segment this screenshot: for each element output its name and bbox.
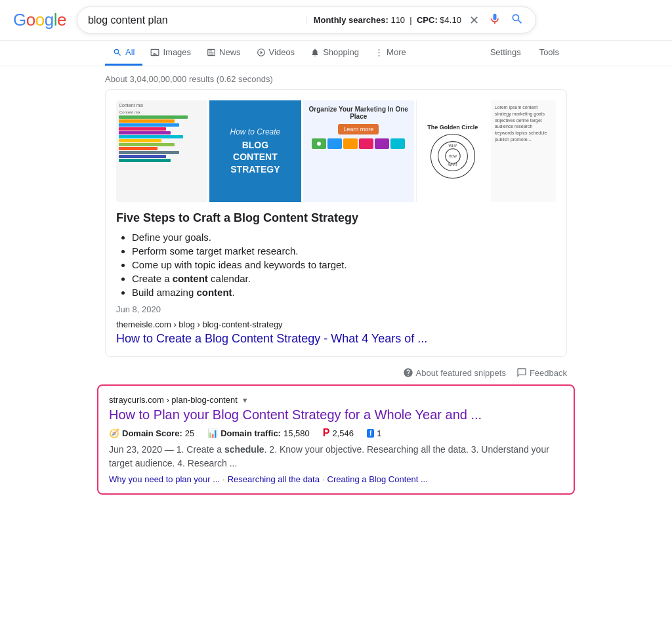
feedback-btn[interactable]: Feedback [516,367,567,378]
results-count: About 3,04,00,00,000 results (0.62 secon… [0,66,672,89]
snippet-list-item-5: Build amazing content. [132,287,556,298]
nav-item-videos[interactable]: Videos [249,41,303,66]
nav-item-news[interactable]: News [199,41,249,66]
nav-images-label: Images [163,47,191,57]
search-icon [511,12,524,26]
monthly-label: Monthly searches: [314,15,388,25]
nav-shopping-label: Shopping [323,47,359,57]
nav-item-images[interactable]: Images [142,41,199,66]
domain-traffic-label: Domain traffic: [220,428,281,438]
feedback-icon [516,367,527,378]
result-links-row: Why you need to plan your ... · Research… [109,474,563,484]
snippet-image-1: Content mix Content mix [116,100,207,202]
nav-all-label: All [125,47,135,57]
nav-videos-label: Videos [269,47,295,57]
snippet-images-row: Content mix Content mix [116,100,556,202]
snippet-list-item-1: Define your goals. [132,232,556,243]
snippet-list: Define your goals. Perform some target m… [116,232,556,298]
svg-text:WHY: WHY [448,144,457,148]
shopping-nav-icon [310,48,320,57]
result-sublink-3[interactable]: Creating a Blog Content ... [327,474,428,484]
domain-traffic-icon: 📊 [207,428,218,438]
result-link-sep-2: · [322,474,325,484]
more-dots-icon: ⋮ [375,47,383,57]
google-logo[interactable]: Google [13,10,66,30]
about-snippets[interactable]: About featured snippets [403,367,506,378]
svg-text:HOW: HOW [449,155,457,158]
svg-text:WHAT: WHAT [448,163,457,167]
nav-more-label: More [387,47,406,57]
search-button[interactable] [509,12,525,28]
nav-news-label: News [219,47,241,57]
nav-tools[interactable]: Tools [532,41,567,66]
nav-right: Settings Tools [482,41,567,66]
snippet-list-item-4: Create a content calendar. [132,273,556,284]
snippet-img2-title: BLOGCONTENTSTRATEGY [230,139,280,175]
pinterest-meta: P 2,546 [323,427,354,439]
nav-item-more[interactable]: ⋮ More [367,41,414,66]
nav-settings[interactable]: Settings [482,41,529,66]
result-breadcrumb: straycurls.com › plan-blog-content ▼ [109,395,563,405]
snippet-img2-how-to: How to Create [230,127,281,136]
domain-score-meta: 🧭 Domain Score: 25 [109,428,194,438]
facebook-icon: f [367,429,374,438]
result-title-link[interactable]: How to Plan your Blog Content Strategy f… [109,406,563,423]
header: Google Monthly searches: 110 | CPC: $4.1… [0,0,672,41]
search-stats: Monthly searches: 110 | CPC: $4.10 [306,15,461,25]
nav-item-shopping[interactable]: Shopping [303,41,367,66]
search-input[interactable] [88,14,300,26]
cpc-label: CPC: [417,15,438,25]
snippet-footer: About featured snippets Feedback [0,363,672,384]
golden-circle-label: The Golden Circle [427,124,478,131]
snippet-image-2: How to Create BLOGCONTENTSTRATEGY [209,100,301,202]
cpc-value: $4.10 [440,15,461,25]
pinterest-value: 2,546 [332,428,354,438]
snippet-img3-text: Organize Your Marketing In One Place [308,106,409,120]
monthly-value: 110 [390,15,405,25]
snippet-date: Jun 8, 2020 [116,304,556,314]
result-snippet: Jun 23, 2020 — 1. Create a schedule. 2. … [109,443,563,470]
snippet-list-item-2: Perform some target market research. [132,245,556,257]
featured-snippet: Content mix Content mix [105,89,567,357]
facebook-meta: f 1 [367,428,382,438]
golden-circle-diagram: WHY HOW WHAT [430,133,476,179]
result-domain: straycurls.com › plan-blog-content [109,395,238,405]
snippet-image-5: Lorem ipsum content strategy marketing g… [491,100,556,202]
about-snippets-label: About featured snippets [416,368,506,378]
domain-traffic-meta: 📊 Domain traffic: 15,580 [207,428,310,438]
domain-score-icon: 🧭 [109,428,119,438]
snippet-link[interactable]: How to Create a Blog Content Strategy - … [116,332,427,345]
videos-nav-icon [257,48,266,57]
images-nav-icon [150,48,159,57]
search-nav-icon [113,48,122,57]
feedback-label: Feedback [530,368,567,378]
organize-cta-button[interactable]: Learn more [338,124,379,134]
breadcrumb-dropdown[interactable]: ▼ [240,396,250,404]
search-result-highlighted: straycurls.com › plan-blog-content ▼ How… [97,384,575,495]
search-bar: Monthly searches: 110 | CPC: $4.10 ✕ [77,7,536,33]
domain-traffic-value: 15,580 [284,428,310,438]
result-meta-row: 🧭 Domain Score: 25 📊 Domain traffic: 15,… [109,427,563,439]
facebook-value: 1 [377,428,381,438]
mic-icon [488,12,501,26]
domain-score-label: Domain Score: [122,428,182,438]
nav-bar: All Images News Videos Shopping ⋮ More S… [0,41,672,66]
pinterest-icon: P [323,427,330,439]
result-sublink-1[interactable]: Why you need to plan your ... [109,474,220,484]
clear-button[interactable]: ✕ [468,13,480,28]
question-icon [403,367,413,378]
result-link-sep-1: · [222,474,225,484]
news-nav-icon [207,48,216,57]
snippet-image-4: The Golden Circle WHY HOW WHAT [416,100,489,202]
snippet-list-item-3: Come up with topic ideas and keywords to… [132,259,556,270]
result-sublink-2[interactable]: Researching all the data [228,474,320,484]
nav-item-all[interactable]: All [105,41,142,66]
domain-score-value: 25 [185,428,194,438]
microphone-button[interactable] [487,12,503,28]
snippet-image-3: Organize Your Marketing In One Place Lea… [303,100,414,202]
snippet-url: themeisle.com › blog › blog-content-stra… [116,320,556,329]
snippet-title: Five Steps to Craft a Blog Content Strat… [116,211,556,225]
